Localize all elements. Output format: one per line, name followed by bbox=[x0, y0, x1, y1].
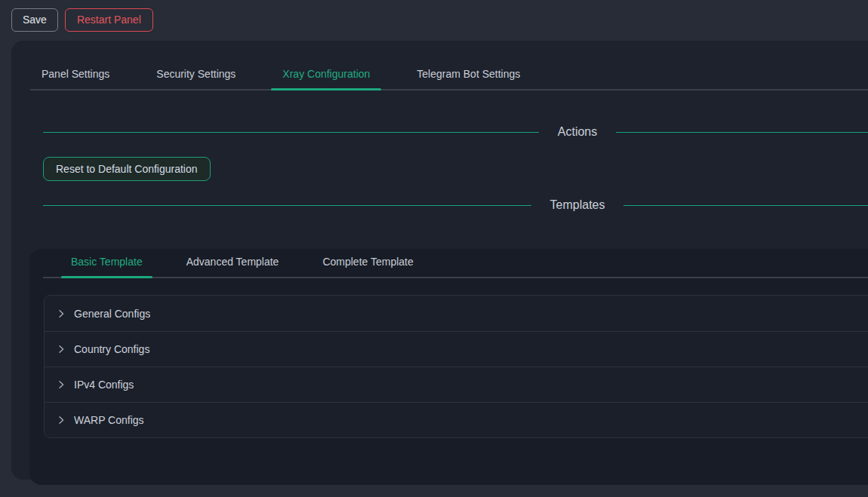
templates-divider-title: Templates bbox=[550, 198, 605, 212]
divider-line bbox=[43, 205, 531, 206]
accordion-label: Country Configs bbox=[74, 343, 149, 355]
tab-telegram-bot-settings[interactable]: Telegram Bot Settings bbox=[405, 63, 531, 89]
page: { "topbar": { "save_label": "Save", "res… bbox=[0, 0, 868, 497]
chevron-right-icon bbox=[57, 345, 66, 354]
topbar: Save Restart Panel bbox=[11, 8, 153, 32]
tab-panel-settings[interactable]: Panel Settings bbox=[30, 63, 121, 89]
actions-divider: Actions bbox=[43, 124, 868, 140]
chevron-right-icon bbox=[57, 309, 66, 318]
accordion-warp-configs[interactable]: WARP Configs bbox=[45, 402, 868, 437]
accordion-label: General Configs bbox=[74, 308, 150, 320]
tab-complete-template[interactable]: Complete Template bbox=[312, 249, 423, 277]
template-tabs: Basic Template Advanced Template Complet… bbox=[43, 249, 868, 278]
chevron-right-icon bbox=[57, 416, 66, 425]
tab-basic-template[interactable]: Basic Template bbox=[61, 249, 152, 277]
chevron-right-icon bbox=[57, 380, 66, 389]
tab-xray-configuration[interactable]: Xray Configuration bbox=[271, 63, 381, 89]
tab-advanced-template[interactable]: Advanced Template bbox=[177, 249, 289, 277]
save-button[interactable]: Save bbox=[11, 8, 58, 32]
accordion-label: IPv4 Configs bbox=[74, 379, 134, 391]
settings-tabs: Panel Settings Security Settings Xray Co… bbox=[30, 63, 868, 91]
accordion-country-configs[interactable]: Country Configs bbox=[45, 331, 868, 367]
templates-divider: Templates bbox=[43, 198, 868, 213]
actions-divider-title: Actions bbox=[558, 125, 597, 139]
settings-card: Panel Settings Security Settings Xray Co… bbox=[11, 41, 868, 480]
divider-line bbox=[623, 205, 868, 206]
divider-line bbox=[43, 132, 539, 133]
reset-default-config-button[interactable]: Reset to Default Configuration bbox=[43, 157, 211, 181]
accordion-general-configs[interactable]: General Configs bbox=[45, 296, 868, 331]
template-config-accordion: General Configs Country Configs IPv4 Con… bbox=[44, 295, 868, 438]
accordion-ipv4-configs[interactable]: IPv4 Configs bbox=[45, 367, 868, 402]
divider-line bbox=[616, 132, 868, 133]
restart-panel-button[interactable]: Restart Panel bbox=[65, 8, 153, 32]
tab-security-settings[interactable]: Security Settings bbox=[145, 63, 247, 89]
templates-card: Basic Template Advanced Template Complet… bbox=[29, 249, 868, 485]
accordion-label: WARP Configs bbox=[74, 414, 144, 426]
